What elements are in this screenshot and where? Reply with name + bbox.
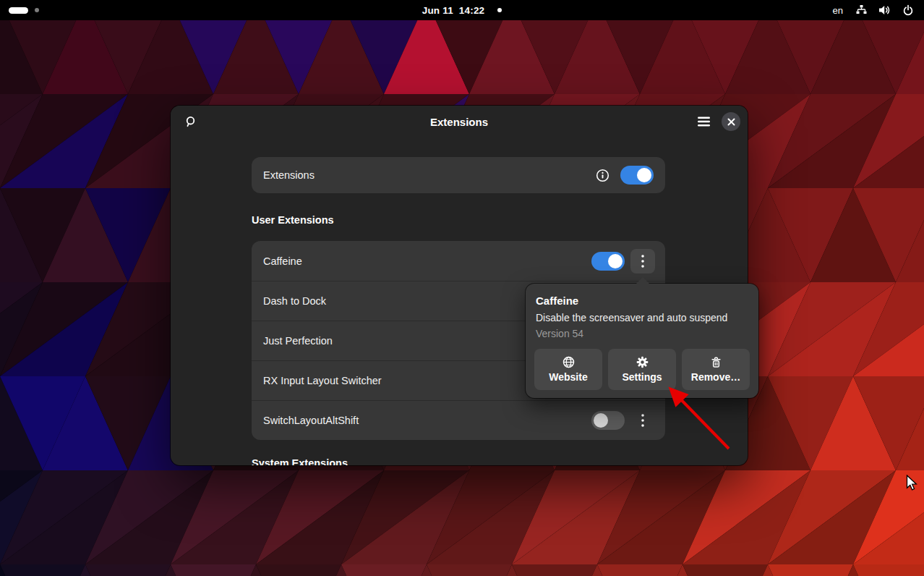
remove-button-label: Remove…	[691, 371, 740, 383]
caffeine-toggle[interactable]	[591, 252, 625, 271]
remove-button[interactable]: Remove…	[682, 349, 750, 390]
clock-label: Jun 11 14:22	[422, 5, 485, 16]
top-bar: Jun 11 14:22 en	[0, 0, 924, 20]
popover-arrow-tip	[636, 277, 650, 284]
popover-description: Disable the screensaver and auto suspend	[536, 312, 748, 323]
popover-version: Version 54	[536, 328, 748, 339]
network-wired-icon[interactable]	[855, 4, 868, 16]
extension-name: Caffeine	[263, 255, 302, 267]
trash-icon	[710, 356, 722, 368]
close-icon	[727, 118, 735, 126]
kebab-icon	[641, 414, 644, 427]
extensions-global-row: Extensions	[252, 157, 665, 193]
extension-name: Just Perfection	[263, 335, 333, 347]
window-title: Extensions	[171, 116, 748, 128]
extension-row-switchlayoutaltshift[interactable]: SwitchLayoutAltShift	[252, 400, 665, 440]
switchlayoutaltshift-toggle[interactable]	[591, 411, 625, 430]
close-button[interactable]	[722, 112, 740, 131]
settings-button-label: Settings	[622, 371, 662, 383]
extension-name: SwitchLayoutAltShift	[263, 415, 359, 426]
extension-name: Dash to Dock	[263, 295, 326, 307]
search-icon	[184, 116, 197, 128]
headerbar: Extensions	[171, 106, 748, 137]
globe-icon	[562, 356, 575, 368]
menu-icon	[698, 117, 710, 127]
global-row-label: Extensions	[263, 169, 315, 181]
search-button[interactable]	[178, 109, 202, 134]
section-heading-user-extensions: User Extensions	[252, 214, 334, 226]
volume-icon[interactable]	[878, 4, 891, 16]
extension-row-caffeine[interactable]: Caffeine	[252, 241, 665, 281]
notification-dot	[497, 8, 502, 12]
popover-title: Caffeine	[536, 295, 748, 307]
section-heading-system-extensions: System Extensions	[252, 457, 348, 465]
menu-button[interactable]	[691, 109, 716, 134]
website-button-label: Website	[549, 371, 587, 383]
system-indicators: en	[833, 0, 914, 20]
clock-button[interactable]: Jun 11 14:22	[0, 0, 924, 20]
keyboard-layout-indicator[interactable]: en	[833, 5, 843, 16]
popover-actions: Website Settings	[534, 349, 750, 390]
extension-name: RX Input Layout Switcher	[263, 375, 382, 386]
info-button[interactable]	[593, 166, 612, 185]
settings-button[interactable]: Settings	[608, 349, 676, 390]
info-icon	[596, 169, 609, 182]
switchlayoutaltshift-menu-button[interactable]	[630, 408, 655, 433]
website-button[interactable]: Website	[534, 349, 602, 390]
kebab-icon	[641, 255, 644, 268]
caffeine-popover: Caffeine Disable the screensaver and aut…	[526, 284, 758, 398]
caffeine-menu-button[interactable]	[630, 249, 655, 274]
power-icon[interactable]	[902, 4, 914, 16]
desktop: Jun 11 14:22 en	[0, 0, 924, 576]
gear-icon	[636, 356, 649, 368]
extensions-global-toggle[interactable]	[620, 166, 654, 185]
